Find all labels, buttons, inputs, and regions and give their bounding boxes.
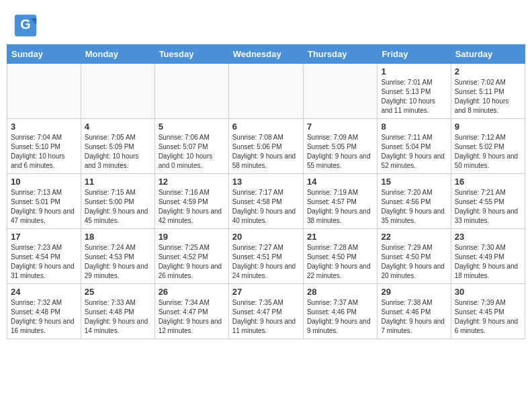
calendar-cell: 27Sunrise: 7:35 AM Sunset: 4:47 PM Dayli… [228,284,303,339]
day-info: Sunrise: 7:12 AM Sunset: 5:02 PM Dayligh… [455,133,521,171]
calendar-cell [303,64,377,119]
day-number: 29 [381,287,447,297]
logo-icon: G [13,13,38,38]
day-number: 6 [232,122,300,132]
calendar-cell: 7Sunrise: 7:09 AM Sunset: 5:05 PM Daylig… [303,119,377,174]
day-number: 7 [307,122,373,132]
calendar-cell: 11Sunrise: 7:15 AM Sunset: 5:00 PM Dayli… [81,174,154,229]
day-number: 2 [455,66,521,77]
calendar-cell: 5Sunrise: 7:06 AM Sunset: 5:07 PM Daylig… [154,119,228,174]
calendar-week-row: 1Sunrise: 7:01 AM Sunset: 5:13 PM Daylig… [7,64,525,119]
day-of-week-header: Wednesday [228,45,303,64]
calendar-cell: 13Sunrise: 7:17 AM Sunset: 4:58 PM Dayli… [228,174,303,229]
day-number: 24 [11,287,77,297]
day-info: Sunrise: 7:25 AM Sunset: 4:52 PM Dayligh… [159,243,225,281]
calendar-header-row: SundayMondayTuesdayWednesdayThursdayFrid… [7,45,525,64]
day-number: 1 [381,66,447,77]
calendar-cell: 15Sunrise: 7:20 AM Sunset: 4:56 PM Dayli… [378,174,451,229]
day-info: Sunrise: 7:09 AM Sunset: 5:05 PM Dayligh… [307,133,373,171]
day-of-week-header: Sunday [7,45,81,64]
calendar-cell: 10Sunrise: 7:13 AM Sunset: 5:01 PM Dayli… [7,174,81,229]
day-number: 13 [232,177,300,187]
day-number: 20 [232,232,300,242]
page-header: G [7,7,525,41]
day-info: Sunrise: 7:39 AM Sunset: 4:45 PM Dayligh… [455,298,521,336]
calendar-cell: 12Sunrise: 7:16 AM Sunset: 4:59 PM Dayli… [154,174,228,229]
calendar-cell: 24Sunrise: 7:32 AM Sunset: 4:48 PM Dayli… [7,284,81,339]
calendar-cell: 21Sunrise: 7:28 AM Sunset: 4:50 PM Dayli… [303,229,377,284]
day-number: 21 [307,232,373,242]
calendar-cell: 28Sunrise: 7:37 AM Sunset: 4:46 PM Dayli… [303,284,377,339]
day-info: Sunrise: 7:29 AM Sunset: 4:50 PM Dayligh… [381,243,447,281]
calendar-cell [154,64,228,119]
day-info: Sunrise: 7:11 AM Sunset: 5:04 PM Dayligh… [381,133,447,171]
day-info: Sunrise: 7:28 AM Sunset: 4:50 PM Dayligh… [307,243,373,281]
day-number: 22 [381,232,447,242]
day-info: Sunrise: 7:15 AM Sunset: 5:00 PM Dayligh… [85,188,151,226]
logo: G [13,13,40,38]
day-number: 27 [232,287,300,297]
svg-text:G: G [20,17,30,32]
day-info: Sunrise: 7:35 AM Sunset: 4:47 PM Dayligh… [232,298,300,336]
day-number: 26 [159,287,225,297]
calendar-cell: 29Sunrise: 7:38 AM Sunset: 4:46 PM Dayli… [378,284,451,339]
calendar-cell: 22Sunrise: 7:29 AM Sunset: 4:50 PM Dayli… [378,229,451,284]
day-info: Sunrise: 7:21 AM Sunset: 4:55 PM Dayligh… [455,188,521,226]
day-number: 9 [455,122,521,132]
calendar-cell: 2Sunrise: 7:02 AM Sunset: 5:11 PM Daylig… [451,64,525,119]
day-of-week-header: Monday [81,45,154,64]
day-number: 14 [307,177,373,187]
day-of-week-header: Saturday [451,45,525,64]
day-info: Sunrise: 7:33 AM Sunset: 4:48 PM Dayligh… [85,298,151,336]
day-info: Sunrise: 7:16 AM Sunset: 4:59 PM Dayligh… [159,188,225,226]
calendar-cell: 17Sunrise: 7:23 AM Sunset: 4:54 PM Dayli… [7,229,81,284]
day-of-week-header: Friday [378,45,451,64]
day-number: 4 [85,122,151,132]
calendar-week-row: 24Sunrise: 7:32 AM Sunset: 4:48 PM Dayli… [7,284,525,339]
calendar-cell: 26Sunrise: 7:34 AM Sunset: 4:47 PM Dayli… [154,284,228,339]
calendar-table: SundayMondayTuesdayWednesdayThursdayFrid… [7,44,525,339]
day-number: 12 [159,177,225,187]
day-info: Sunrise: 7:05 AM Sunset: 5:09 PM Dayligh… [85,133,151,171]
calendar-cell: 3Sunrise: 7:04 AM Sunset: 5:10 PM Daylig… [7,119,81,174]
calendar-cell: 4Sunrise: 7:05 AM Sunset: 5:09 PM Daylig… [81,119,154,174]
day-info: Sunrise: 7:19 AM Sunset: 4:57 PM Dayligh… [307,188,373,226]
day-info: Sunrise: 7:17 AM Sunset: 4:58 PM Dayligh… [232,188,300,226]
day-info: Sunrise: 7:23 AM Sunset: 4:54 PM Dayligh… [11,243,77,281]
calendar-cell: 14Sunrise: 7:19 AM Sunset: 4:57 PM Dayli… [303,174,377,229]
day-info: Sunrise: 7:06 AM Sunset: 5:07 PM Dayligh… [159,133,225,171]
calendar-week-row: 17Sunrise: 7:23 AM Sunset: 4:54 PM Dayli… [7,229,525,284]
day-info: Sunrise: 7:30 AM Sunset: 4:49 PM Dayligh… [455,243,521,281]
calendar-cell: 6Sunrise: 7:08 AM Sunset: 5:06 PM Daylig… [228,119,303,174]
day-info: Sunrise: 7:34 AM Sunset: 4:47 PM Dayligh… [159,298,225,336]
day-number: 10 [11,177,77,187]
day-info: Sunrise: 7:27 AM Sunset: 4:51 PM Dayligh… [232,243,300,281]
day-info: Sunrise: 7:24 AM Sunset: 4:53 PM Dayligh… [85,243,151,281]
calendar-cell: 23Sunrise: 7:30 AM Sunset: 4:49 PM Dayli… [451,229,525,284]
day-number: 19 [159,232,225,242]
day-number: 11 [85,177,151,187]
calendar-cell [81,64,154,119]
day-info: Sunrise: 7:04 AM Sunset: 5:10 PM Dayligh… [11,133,77,171]
day-number: 30 [455,287,521,297]
day-number: 25 [85,287,151,297]
calendar-cell: 1Sunrise: 7:01 AM Sunset: 5:13 PM Daylig… [378,64,451,119]
day-info: Sunrise: 7:02 AM Sunset: 5:11 PM Dayligh… [455,78,521,116]
day-number: 3 [11,122,77,132]
day-info: Sunrise: 7:08 AM Sunset: 5:06 PM Dayligh… [232,133,300,171]
calendar-cell: 20Sunrise: 7:27 AM Sunset: 4:51 PM Dayli… [228,229,303,284]
day-info: Sunrise: 7:38 AM Sunset: 4:46 PM Dayligh… [381,298,447,336]
day-info: Sunrise: 7:20 AM Sunset: 4:56 PM Dayligh… [381,188,447,226]
day-number: 28 [307,287,373,297]
day-info: Sunrise: 7:37 AM Sunset: 4:46 PM Dayligh… [307,298,373,336]
calendar-cell [228,64,303,119]
day-info: Sunrise: 7:01 AM Sunset: 5:13 PM Dayligh… [381,78,447,116]
day-info: Sunrise: 7:13 AM Sunset: 5:01 PM Dayligh… [11,188,77,226]
calendar-week-row: 10Sunrise: 7:13 AM Sunset: 5:01 PM Dayli… [7,174,525,229]
day-of-week-header: Tuesday [154,45,228,64]
day-number: 18 [85,232,151,242]
calendar-cell: 25Sunrise: 7:33 AM Sunset: 4:48 PM Dayli… [81,284,154,339]
calendar-cell: 19Sunrise: 7:25 AM Sunset: 4:52 PM Dayli… [154,229,228,284]
calendar-week-row: 3Sunrise: 7:04 AM Sunset: 5:10 PM Daylig… [7,119,525,174]
calendar-cell: 9Sunrise: 7:12 AM Sunset: 5:02 PM Daylig… [451,119,525,174]
